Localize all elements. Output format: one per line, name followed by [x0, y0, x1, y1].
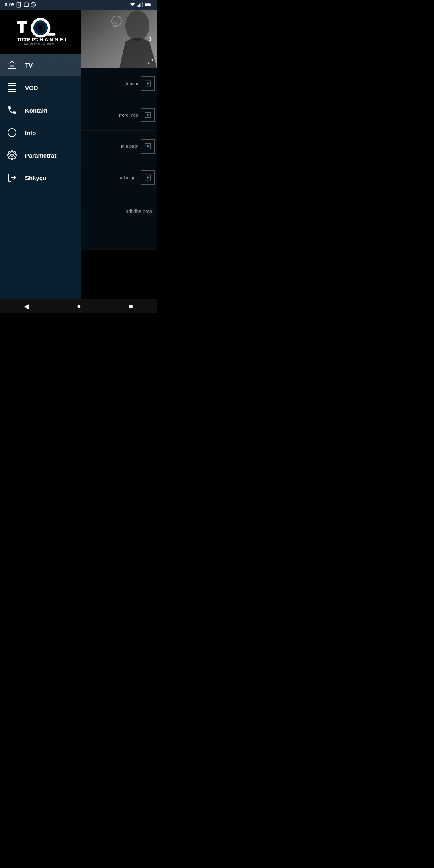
phone-icon	[7, 105, 17, 115]
nav-item-kontakt[interactable]: Kontakt	[0, 99, 81, 121]
svg-text:TOP: TOP	[114, 21, 120, 24]
svg-marker-49	[147, 145, 149, 147]
content-item-tall[interactable]: ndi dhe bota.	[81, 193, 157, 229]
item-text-2: in e padr	[83, 144, 141, 149]
svg-text:A: A	[18, 4, 20, 6]
info-icon	[7, 128, 17, 137]
storage-icon	[23, 2, 29, 8]
nav-label-kontakt: Kontakt	[25, 107, 47, 114]
main-container: TOP TOP CHANNEL Powered by ott.Solutions…	[0, 10, 157, 299]
status-time: 8:08	[5, 2, 14, 8]
list-item[interactable]: rrore, ndo	[81, 99, 157, 131]
bottom-navigation: ◀ ● ■	[0, 299, 157, 313]
next-arrow[interactable]	[147, 35, 154, 43]
logout-icon	[7, 173, 17, 182]
video-thumbnail: TOP CHANNEL	[81, 10, 157, 68]
fullscreen-icon[interactable]	[146, 57, 154, 66]
list-item[interactable]: in e padr	[81, 131, 157, 162]
svg-rect-7	[139, 4, 140, 7]
nav-item-shkycu[interactable]: Shkyçu	[0, 166, 81, 189]
item-text-tall: ndi dhe bota.	[84, 209, 154, 214]
list-item-extra	[81, 229, 157, 250]
status-bar: 8:08 A	[0, 0, 157, 10]
status-right	[129, 2, 152, 8]
video-player[interactable]: TOP CHANNEL	[81, 10, 157, 68]
svg-point-16	[35, 22, 46, 34]
settings-icon	[7, 150, 17, 160]
svg-rect-12	[151, 4, 151, 6]
nav-label-shkycu: Shkyçu	[25, 174, 46, 181]
video-controls[interactable]	[146, 57, 154, 66]
svg-rect-2	[24, 3, 29, 6]
top-channel-logo: TOP TOP CHANNEL Powered by ott.Solutions	[14, 18, 67, 47]
back-button[interactable]: ◀	[17, 300, 36, 312]
nav-item-tv[interactable]: TV	[0, 54, 81, 76]
logo-area: TOP TOP CHANNEL Powered by ott.Solutions	[0, 10, 81, 54]
svg-rect-11	[145, 4, 150, 6]
nav-item-vod[interactable]: VOD	[0, 76, 81, 99]
svg-text:Powered by ott.Solutions: Powered by ott.Solutions	[22, 43, 55, 45]
play-button-2[interactable]	[141, 139, 155, 154]
svg-line-5	[31, 3, 35, 6]
svg-text:TOP CHANNEL: TOP CHANNEL	[17, 37, 67, 43]
recent-button[interactable]: ■	[122, 301, 139, 312]
nav-item-parametrat[interactable]: Parametrat	[0, 144, 81, 166]
nav-label-info: Info	[25, 129, 36, 136]
nav-label-tv: TV	[25, 62, 33, 69]
svg-point-18	[37, 25, 44, 31]
tv-icon	[7, 60, 17, 70]
list-item[interactable]: t, fenom	[81, 68, 157, 99]
list-item[interactable]: adio, që r	[81, 162, 157, 193]
svg-rect-17	[47, 33, 56, 36]
svg-marker-51	[147, 176, 149, 179]
item-text-3: adio, që r	[83, 175, 141, 180]
status-left: 8:08 A	[5, 2, 36, 8]
svg-rect-9	[142, 2, 143, 7]
svg-marker-45	[147, 82, 149, 85]
content-list: t, fenom rrore, ndo in	[81, 68, 157, 299]
signal-icon	[137, 2, 143, 8]
nav-label-vod: VOD	[25, 84, 38, 91]
home-button[interactable]: ●	[70, 301, 88, 312]
svg-point-40	[125, 10, 149, 41]
battery-icon	[145, 2, 152, 7]
navigation-drawer: TOP TOP CHANNEL Powered by ott.Solutions…	[0, 10, 81, 299]
play-button-3[interactable]	[141, 170, 155, 185]
nav-item-info[interactable]: Info	[0, 121, 81, 144]
play-button-1[interactable]	[141, 108, 155, 122]
nav-items: TV VOD K	[0, 54, 81, 299]
nav-label-parametrat: Parametrat	[25, 152, 56, 159]
svg-point-37	[11, 154, 13, 156]
svg-rect-14	[20, 21, 24, 33]
blocked-icon	[31, 2, 36, 8]
sim-icon: A	[16, 2, 22, 8]
svg-marker-47	[147, 113, 149, 116]
film-icon	[7, 83, 17, 92]
play-button-0[interactable]	[141, 76, 155, 91]
svg-rect-6	[138, 5, 139, 7]
svg-rect-24	[10, 65, 14, 67]
video-bg-svg: TOP CHANNEL	[81, 10, 157, 68]
item-text-1: rrore, ndo	[83, 113, 141, 117]
item-text-0: t, fenom	[83, 81, 141, 86]
svg-rect-8	[141, 3, 141, 7]
content-area: TOP CHANNEL	[81, 10, 157, 299]
wifi-icon	[129, 2, 136, 8]
